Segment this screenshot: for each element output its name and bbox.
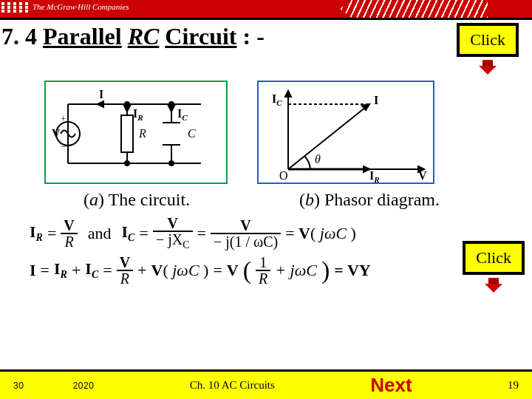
svg-text:θ: θ xyxy=(315,153,321,166)
greek-key-icon xyxy=(1,0,28,18)
svg-text:R: R xyxy=(138,127,146,140)
svg-point-4 xyxy=(125,161,129,166)
brand-text: The McGraw·Hill Companies xyxy=(33,2,129,11)
page-number: 19 xyxy=(508,379,519,392)
svg-text:IC: IC xyxy=(177,107,188,122)
svg-text:C: C xyxy=(188,127,196,140)
svg-text:+: + xyxy=(61,113,66,124)
slide-title: 7. 4 Parallel RC Circuit : - xyxy=(1,23,265,50)
click-callout-1: Click xyxy=(457,23,519,73)
svg-text:I: I xyxy=(374,94,378,106)
svg-text:IC: IC xyxy=(272,92,282,107)
footer-date: 30 2020 xyxy=(13,381,94,391)
svg-point-5 xyxy=(169,161,174,166)
chevron-pattern-icon xyxy=(340,0,488,18)
equation-i-total: I = IR + IC = VR + V( jωC ) = V ( 1R + j… xyxy=(0,252,532,287)
figure-captions: (a) The circuit. (b) Phasor diagram. xyxy=(0,187,532,214)
svg-text:IR: IR xyxy=(369,169,380,183)
equation-ir-ic: IR = VR and IC = V− jXC = V− j(1 / ωC) =… xyxy=(0,214,532,252)
click-button-1[interactable]: Click xyxy=(457,23,519,57)
figure-b-phasor: IC I θ O IR V xyxy=(257,81,434,184)
svg-text:O: O xyxy=(279,169,288,182)
svg-text:V: V xyxy=(418,169,427,182)
figure-a-circuit: V + − I IR IC R C xyxy=(44,81,228,184)
svg-text:−: − xyxy=(61,141,66,152)
down-arrow-icon xyxy=(477,60,499,73)
slide-footer: 30 2020 Ch. 10 AC Circuits Next 19 xyxy=(0,369,532,399)
next-button[interactable]: Next xyxy=(370,374,412,397)
footer-chapter: Ch. 10 AC Circuits xyxy=(190,379,275,392)
svg-rect-1 xyxy=(121,115,133,152)
brand-header: The McGraw·Hill Companies xyxy=(0,0,532,18)
svg-text:V: V xyxy=(52,127,61,140)
svg-text:I: I xyxy=(99,88,103,100)
svg-text:IR: IR xyxy=(133,107,143,122)
